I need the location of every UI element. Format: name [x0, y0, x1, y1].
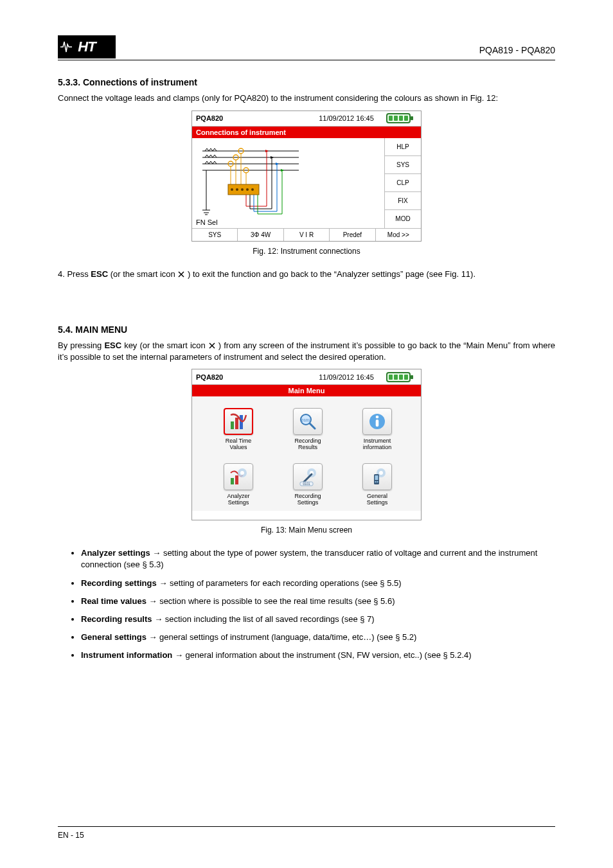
bullet-real-time-values: Real time values → section where is poss… [81, 596, 555, 607]
bullet-recording-results: Recording results → section including th… [81, 614, 555, 625]
menu-label: Recording Results [291, 438, 324, 450]
bullet-general-settings: General settings → general settings of i… [81, 632, 555, 643]
menu-analyzer-settings[interactable]: Analyzer Settings [222, 463, 255, 512]
battery-icon [375, 113, 421, 123]
feature-bullet-list: Analyzer settings → setting about the ty… [81, 547, 555, 661]
page: HT PQA819 - PQA820 5.3.3. Connections of… [0, 0, 613, 868]
info-icon [362, 408, 392, 435]
menu-recording-results[interactable]: 0101 Recording Results [291, 408, 324, 457]
device-b-footer [192, 511, 421, 520]
analyzer-settings-icon [224, 463, 253, 490]
svg-point-48 [379, 471, 383, 475]
button-fix[interactable]: FIX [385, 192, 421, 210]
fig12-caption: Fig. 12: Instrument connections [58, 247, 555, 256]
device-a-body: FN Sel HLP SYS CLP FIX MOD [192, 138, 421, 228]
button-mod[interactable]: MOD [385, 210, 421, 227]
menu-label: Instrument information [360, 438, 394, 450]
brand-logo: HT [58, 35, 116, 58]
button-sys[interactable]: SYS [385, 156, 421, 174]
svg-point-23 [241, 188, 244, 191]
recording-settings-icon: 0101 [293, 463, 323, 490]
svg-point-24 [246, 188, 249, 191]
menu-label: Recording Settings [291, 493, 324, 506]
section-54-title: 5.4. MAIN MENU [58, 324, 555, 335]
footer-mod[interactable]: Mod >> [376, 229, 421, 241]
model-label: PQA819 - PQA820 [479, 45, 555, 55]
device-b-body: Real Time Values 0101 Recording Results … [192, 396, 421, 511]
real-time-values-icon [224, 408, 253, 435]
recording-results-icon: 0101 [293, 408, 323, 435]
fig13-caption: Fig. 13: Main Menu screen [58, 526, 555, 535]
menu-real-time-values[interactable]: Real Time Values [222, 408, 255, 457]
battery-icon [375, 372, 421, 382]
device-b-time: 11/09/2012 16:45 [317, 373, 375, 381]
menu-label: Analyzer Settings [222, 493, 255, 506]
menu-general-settings[interactable]: General Settings [360, 463, 394, 512]
close-icon [177, 270, 185, 278]
section2-para: 4. Press ESC (or the smart icon ) to exi… [58, 269, 555, 280]
device-a-title: PQA820 [192, 114, 317, 122]
logo-text: HT [78, 39, 95, 55]
footer-3p4w[interactable]: 3Φ 4W [238, 229, 283, 241]
device-b-title: PQA820 [192, 373, 317, 381]
section-531-para: Connect the voltage leads and clamps (on… [58, 93, 555, 104]
header-rule [58, 60, 555, 60]
svg-text:0101: 0101 [301, 418, 310, 422]
page-number: EN - 15 [58, 831, 84, 840]
footer-predef[interactable]: Predef [330, 229, 375, 241]
device-b-header: PQA820 11/09/2012 16:45 [192, 369, 421, 385]
device-a-time: 11/09/2012 16:45 [317, 114, 375, 122]
svg-point-21 [231, 188, 233, 191]
wiring-diagram [196, 142, 305, 219]
footer-sys[interactable]: SYS [192, 229, 238, 241]
device-connections-screen: PQA820 11/09/2012 16:45 Connections of i… [191, 111, 422, 242]
bullet-recording-settings: Recording settings → setting of paramete… [81, 578, 555, 589]
device-mainmenu-screen: PQA820 11/09/2012 16:45 Main Menu Real T… [191, 369, 422, 520]
svg-line-35 [310, 423, 315, 429]
footer-rule [58, 826, 555, 827]
svg-rect-38 [376, 420, 379, 427]
bullet-instrument-info: Instrument information → general informa… [81, 650, 555, 661]
menu-label: General Settings [360, 493, 394, 506]
device-b-redbar: Main Menu [192, 385, 421, 396]
svg-rect-31 [235, 418, 238, 429]
svg-rect-40 [235, 475, 238, 484]
svg-point-22 [236, 188, 238, 191]
menu-label: Real Time Values [222, 438, 255, 450]
wiring-diagram-area: FN Sel [192, 138, 385, 228]
device-a-right-column: HLP SYS CLP FIX MOD [385, 138, 421, 228]
svg-rect-30 [231, 421, 234, 429]
footer-vir[interactable]: V I R [284, 229, 330, 241]
device-a-footer: SYS 3Φ 4W V I R Predef Mod >> [192, 228, 421, 241]
menu-instrument-info[interactable]: Instrument information [360, 408, 394, 457]
svg-point-42 [240, 471, 244, 475]
general-settings-icon [362, 463, 392, 490]
button-hlp[interactable]: HLP [385, 138, 421, 156]
device-a-redbar: Connections of instrument [192, 127, 421, 138]
svg-rect-50 [375, 475, 378, 480]
section-54-para: By pressing ESC key (or the smart icon )… [58, 340, 555, 362]
device-a-header: PQA820 11/09/2012 16:45 [192, 111, 421, 127]
main-menu-grid: Real Time Values 0101 Recording Results … [222, 408, 394, 512]
svg-point-25 [251, 188, 254, 191]
fn-sel-label: FN Sel [196, 218, 218, 226]
svg-rect-51 [375, 481, 377, 483]
close-icon [208, 342, 216, 350]
button-clp[interactable]: CLP [385, 174, 421, 192]
svg-rect-52 [377, 481, 378, 483]
svg-point-37 [376, 416, 379, 419]
svg-text:0101: 0101 [303, 482, 310, 486]
svg-rect-39 [231, 478, 234, 484]
page-footer: EN - 15 [58, 831, 555, 840]
section-531-title: 5.3.3. Connections of instrument [58, 77, 555, 87]
menu-recording-settings[interactable]: 0101 Recording Settings [291, 463, 324, 512]
bullet-analyzer-settings: Analyzer settings → setting about the ty… [81, 547, 555, 571]
